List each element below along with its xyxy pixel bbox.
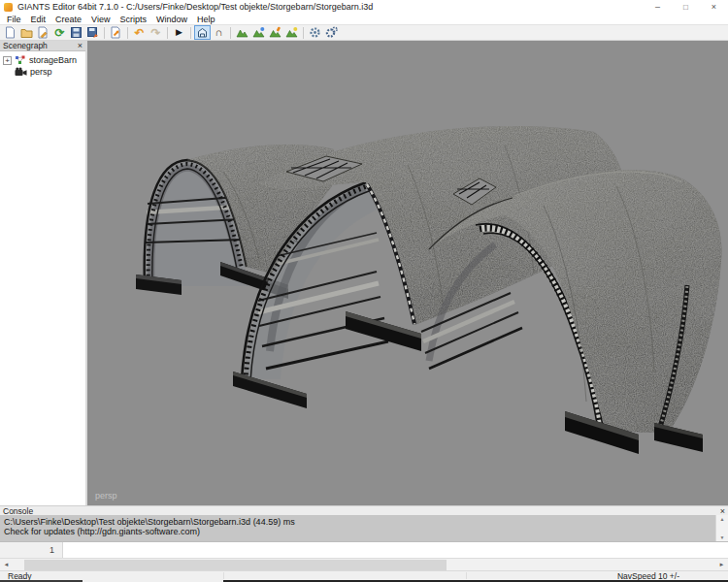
- undo-button[interactable]: ↶: [131, 25, 148, 40]
- maximize-button[interactable]: □: [672, 0, 700, 14]
- scroll-right-icon[interactable]: ►: [715, 562, 728, 567]
- open-folder-icon: [20, 26, 33, 39]
- save-button[interactable]: [68, 25, 84, 40]
- menu-view[interactable]: View: [86, 15, 115, 24]
- line-number: 1: [0, 542, 63, 558]
- menu-scripts[interactable]: Scripts: [115, 15, 151, 24]
- camera-icon: [15, 67, 27, 77]
- publish-icon: [110, 26, 122, 39]
- expand-icon[interactable]: +: [3, 56, 12, 65]
- new-file-button[interactable]: [2, 25, 18, 40]
- scroll-down-icon[interactable]: ▼: [720, 534, 725, 540]
- play-icon: ▶: [176, 28, 182, 37]
- toolbar-separator: [167, 27, 168, 39]
- undo-icon: ↶: [134, 27, 144, 39]
- publish-button[interactable]: [108, 25, 124, 40]
- reload-button[interactable]: ⟳: [51, 25, 68, 40]
- scroll-left-icon[interactable]: ◄: [0, 562, 13, 567]
- console-output[interactable]: C:\Users\Finke\Desktop\Test objekte\Stor…: [0, 515, 715, 541]
- camera-label: persp: [95, 491, 117, 501]
- expand-spacer: [3, 68, 12, 77]
- scrollbar-thumb[interactable]: [24, 560, 447, 570]
- viewport-3d[interactable]: persp: [87, 41, 728, 505]
- redo-icon: ↷: [150, 27, 160, 39]
- terrain-foliage-button[interactable]: [283, 25, 300, 40]
- toolbar-separator: [303, 27, 304, 39]
- console-line: Check for updates (http://gdn.giants-sof…: [4, 527, 715, 536]
- import-file-button[interactable]: [35, 25, 51, 40]
- toolbar-separator: [190, 27, 191, 39]
- scrollbar-track[interactable]: [13, 559, 715, 571]
- main-area: Scenegraph × + storageBarn persp: [0, 41, 728, 505]
- status-bar: Ready NavSpeed 10 +/-: [0, 570, 728, 580]
- node-label: storageBarn: [29, 55, 77, 65]
- terrain-paint-button[interactable]: [267, 25, 283, 40]
- script-input-row: 1: [0, 541, 728, 558]
- shader-gear-button[interactable]: [323, 25, 340, 40]
- gear-icon: [325, 26, 338, 39]
- redo-button[interactable]: ↷: [148, 25, 164, 40]
- scenegraph-title: Scenegraph: [3, 41, 48, 50]
- scenegraph-panel: Scenegraph × + storageBarn persp: [0, 41, 87, 505]
- minimize-button[interactable]: –: [644, 0, 672, 14]
- console-panel: C:\Users\Finke\Desktop\Test objekte\Stor…: [0, 515, 728, 541]
- navspeed-label: NavSpeed 10 +/-: [617, 571, 679, 581]
- new-file-icon: [4, 26, 17, 39]
- title-bar: GIANTS Editor 64bit 7.1.0 - C:/Users/Fin…: [0, 0, 728, 14]
- menu-file[interactable]: File: [2, 15, 26, 24]
- close-button[interactable]: ×: [700, 0, 728, 14]
- scenegraph-close-icon[interactable]: ×: [78, 41, 83, 50]
- menu-window[interactable]: Window: [151, 15, 192, 24]
- save-as-icon: [86, 26, 99, 39]
- console-line: C:\Users\Finke\Desktop\Test objekte\Stor…: [4, 517, 715, 527]
- horizontal-scrollbar[interactable]: ◄ ►: [0, 558, 728, 570]
- console-title: Console: [3, 506, 33, 516]
- move-mode-button[interactable]: [194, 25, 211, 40]
- toolbar-separator: [127, 27, 128, 39]
- reload-icon: ⟳: [54, 27, 64, 39]
- maximize-icon: □: [683, 3, 688, 12]
- scenegraph-tree: + storageBarn persp: [0, 51, 85, 78]
- import-file-icon: [37, 26, 50, 39]
- move-mode-icon: [196, 26, 209, 39]
- save-as-button[interactable]: [84, 25, 101, 40]
- giants-editor-window: GIANTS Editor 64bit 7.1.0 - C:/Users/Fin…: [0, 0, 728, 582]
- menu-edit[interactable]: Edit: [26, 15, 51, 24]
- window-title: GIANTS Editor 64bit 7.1.0 - C:/Users/Fin…: [17, 2, 644, 12]
- console-close-icon[interactable]: ×: [720, 506, 725, 516]
- scenegraph-header: Scenegraph ×: [0, 41, 85, 51]
- save-icon: [70, 26, 83, 39]
- terrain-sculpt-icon: [236, 26, 248, 39]
- snap-magnet-button[interactable]: ∩: [211, 25, 227, 40]
- scroll-up-icon[interactable]: ▲: [720, 516, 725, 522]
- status-text: Ready: [8, 571, 32, 581]
- play-button[interactable]: ▶: [171, 25, 187, 40]
- status-separator: [466, 572, 467, 579]
- gear-icon: [309, 26, 321, 39]
- open-file-button[interactable]: [18, 25, 35, 40]
- tree-item-persp[interactable]: persp: [0, 66, 85, 78]
- tree-item-storagebarn[interactable]: + storageBarn: [0, 54, 85, 66]
- transform-group-icon: [15, 55, 26, 65]
- script-input-field[interactable]: [63, 542, 728, 558]
- magnet-icon: ∩: [215, 27, 223, 38]
- terrain-paint-icon: [269, 26, 281, 39]
- toolbar-separator: [230, 27, 231, 39]
- toolbar-separator: [104, 27, 105, 39]
- menu-bar: File Edit Create View Scripts Window Hel…: [0, 14, 728, 24]
- console-header: Console ×: [0, 505, 728, 515]
- terrain-sculpt-button[interactable]: [234, 25, 250, 40]
- console-scrollbar[interactable]: ▲ ▼: [715, 515, 728, 541]
- settings-gear-button[interactable]: [307, 25, 323, 40]
- scene-3d-render: [87, 41, 728, 505]
- status-separator: [223, 572, 224, 579]
- terrain-smooth-button[interactable]: [250, 25, 267, 40]
- terrain-smooth-icon: [252, 26, 265, 39]
- terrain-foliage-icon: [285, 26, 298, 39]
- menu-create[interactable]: Create: [50, 15, 86, 24]
- node-label: persp: [30, 67, 52, 77]
- toolbar: ⟳ ↶ ↷ ▶ ∩: [0, 24, 728, 41]
- menu-help[interactable]: Help: [192, 15, 220, 24]
- app-icon: [4, 3, 13, 12]
